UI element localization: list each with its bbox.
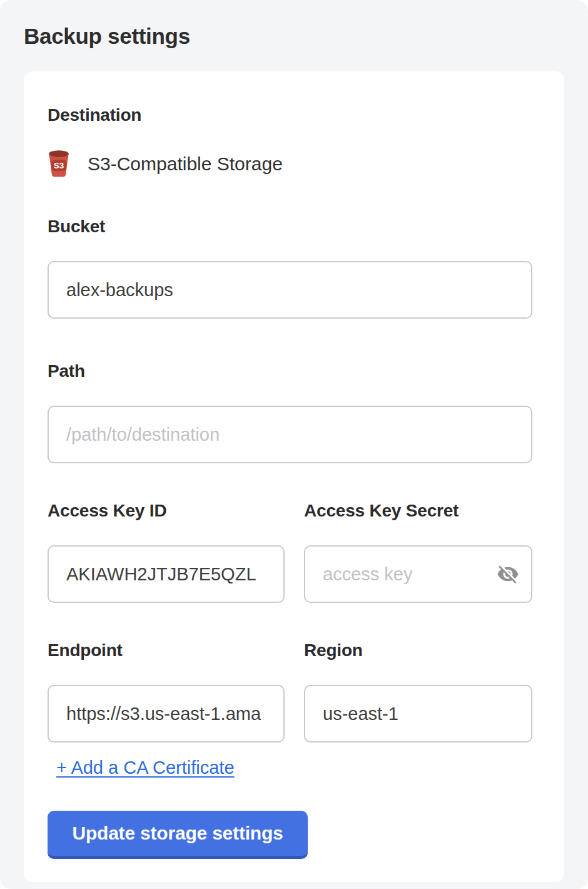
- eye-off-icon[interactable]: [496, 562, 520, 586]
- backup-settings-page: Backup settings Destination S3 S3-Compat…: [0, 0, 588, 889]
- s3-bucket-icon: S3: [48, 150, 70, 178]
- region-label: Region: [304, 640, 532, 660]
- access-keys-row: Access Key ID Access Key Secret: [48, 501, 532, 603]
- endpoint-region-row: Endpoint Region: [48, 640, 532, 743]
- access-key-id-label: Access Key ID: [48, 501, 285, 521]
- region-input[interactable]: [304, 685, 532, 743]
- destination-value: S3-Compatible Storage: [88, 153, 283, 175]
- destination-value-row: S3 S3-Compatible Storage: [48, 150, 532, 178]
- destination-label: Destination: [48, 105, 532, 125]
- endpoint-field-group: Endpoint: [48, 640, 285, 743]
- page-title: Backup settings: [24, 24, 564, 49]
- endpoint-input[interactable]: [48, 685, 285, 743]
- bucket-input[interactable]: [48, 261, 532, 319]
- svg-text:S3: S3: [54, 161, 64, 170]
- bucket-label: Bucket: [48, 217, 532, 237]
- backup-settings-card: Destination S3 S3-Compatible Storage Buc…: [24, 71, 564, 882]
- update-storage-settings-label: Update storage settings: [72, 823, 283, 843]
- bucket-field-group: Bucket: [48, 217, 532, 319]
- region-field-group: Region: [304, 640, 532, 743]
- access-key-secret-label: Access Key Secret: [304, 501, 532, 521]
- update-storage-settings-button[interactable]: Update storage settings: [48, 811, 308, 859]
- path-input[interactable]: [48, 406, 532, 463]
- access-key-id-input[interactable]: [48, 545, 285, 603]
- add-ca-certificate-link[interactable]: + Add a CA Certificate: [56, 758, 235, 778]
- path-label: Path: [48, 361, 532, 381]
- path-field-group: Path: [48, 361, 532, 463]
- endpoint-label: Endpoint: [48, 640, 285, 660]
- access-key-id-field-group: Access Key ID: [48, 501, 285, 603]
- access-key-secret-field-group: Access Key Secret: [304, 501, 532, 603]
